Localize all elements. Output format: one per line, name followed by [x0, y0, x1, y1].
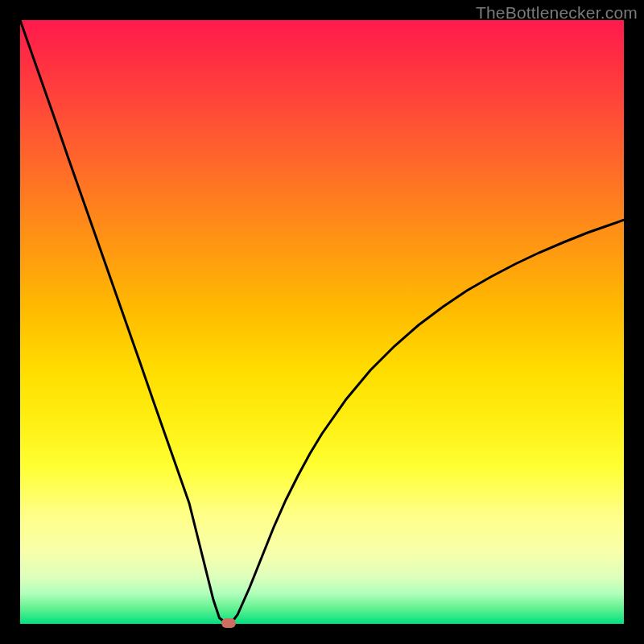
chart-frame: TheBottlenecker.com — [0, 0, 644, 644]
plot-area — [20, 20, 624, 624]
optimum-marker — [221, 618, 236, 628]
watermark-text: TheBottlenecker.com — [476, 3, 638, 23]
